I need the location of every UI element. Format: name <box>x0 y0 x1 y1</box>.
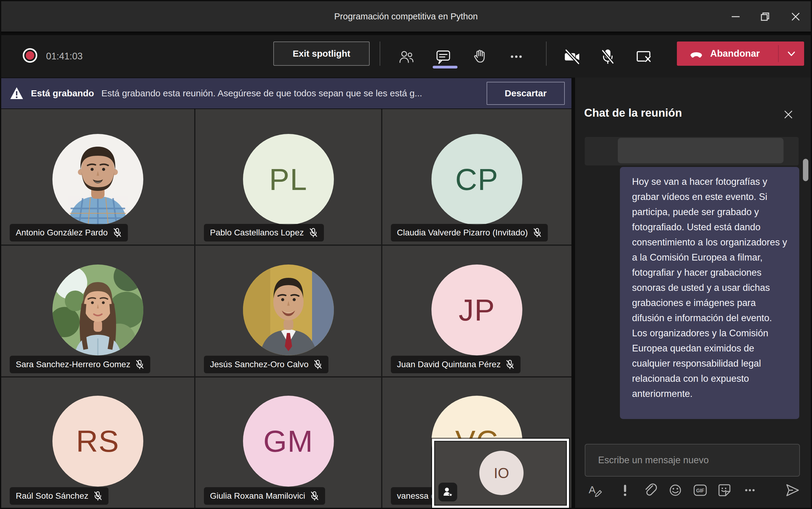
sticker-button[interactable] <box>716 480 733 500</box>
exclamation-icon <box>617 482 633 498</box>
participant-tile[interactable]: RS Raúl Soto Sánchez <box>1 377 194 508</box>
avatar-photo <box>53 134 143 225</box>
leave-options-button[interactable] <box>779 47 804 60</box>
participant-name: Pablo Castellanos Lopez <box>210 228 304 238</box>
participant-name: Jesús Sanchez-Oro Calvo <box>210 360 308 369</box>
toolbar-divider <box>546 41 547 66</box>
restore-button[interactable] <box>756 8 774 26</box>
send-icon <box>784 482 801 499</box>
format-icon: A <box>587 482 603 498</box>
recording-indicator-icon <box>23 48 37 63</box>
mark-important-button[interactable] <box>616 480 634 500</box>
participant-tile[interactable]: Sara Sanchez-Herrero Gomez <box>1 246 194 376</box>
participant-name: Raúl Soto Sánchez <box>16 491 89 501</box>
participant-name-label: Juan David Quintana Pérez <box>391 356 520 373</box>
self-view-tile[interactable]: IO <box>432 439 569 508</box>
meeting-toolbar: 01:41:03 Exit spotlight <box>1 35 811 77</box>
avatar-initials: PL <box>243 134 334 225</box>
meeting-title: Programación competitiva en Python <box>1 1 811 32</box>
recording-banner: Está grabando Está grabando esta reunión… <box>1 78 571 108</box>
avatar-initials: GM <box>243 396 334 486</box>
paperclip-icon <box>642 482 658 498</box>
mic-off-icon <box>505 359 514 370</box>
participant-name-label: Jesús Sanchez-Oro Calvo <box>204 356 329 373</box>
exit-spotlight-button[interactable]: Exit spotlight <box>273 41 370 66</box>
mic-off-icon <box>135 359 144 370</box>
participant-name: Juan David Quintana Pérez <box>397 360 501 369</box>
mic-off-icon <box>93 490 102 502</box>
self-view-options-button[interactable] <box>438 483 457 502</box>
attach-file-button[interactable] <box>641 480 659 500</box>
minimize-button[interactable] <box>727 8 744 26</box>
participant-tile[interactable]: CP Claudia Valverde Pizarro (Invitado) <box>382 109 571 244</box>
mic-off-icon <box>533 227 542 238</box>
avatar-photo <box>243 265 334 355</box>
person-star-icon <box>442 486 453 498</box>
chat-panel-title: Chat de la reunión <box>584 107 682 120</box>
participant-name-label: Pablo Castellanos Lopez <box>204 224 324 241</box>
mic-off-button[interactable] <box>599 44 617 69</box>
participant-tile[interactable]: Jesús Sanchez-Oro Calvo <box>195 246 381 376</box>
hang-up-icon <box>688 46 704 62</box>
avatar-initials: CP <box>432 134 522 225</box>
meeting-timer: 01:41:03 <box>46 35 83 77</box>
raise-hand-button[interactable] <box>471 44 489 69</box>
recording-banner-message: Está grabando esta reunión. Asegúrese de… <box>101 88 480 98</box>
participant-name-label: Claudia Valverde Pizarro (Invitado) <box>391 224 548 241</box>
camera-off-icon <box>563 48 581 65</box>
participant-name: Antonio González Pardo <box>16 228 108 238</box>
participant-tile[interactable]: GM Giulia Roxana Mamilovici <box>195 377 381 508</box>
send-message-button[interactable] <box>783 480 801 500</box>
toolbar-divider <box>380 41 380 66</box>
more-icon <box>508 48 525 65</box>
svg-text:A: A <box>589 484 596 496</box>
titlebar: Programación competitiva en Python <box>1 1 811 33</box>
compose-toolbar: A GIF <box>575 480 811 500</box>
mic-off-icon <box>309 227 318 238</box>
gif-button[interactable]: GIF <box>691 480 709 500</box>
dismiss-banner-button[interactable]: Descartar <box>486 82 565 105</box>
portrait-man-beard <box>53 134 143 225</box>
participant-name-label: Sara Sanchez-Herrero Gomez <box>10 356 150 373</box>
self-avatar-initials: IO <box>479 451 523 495</box>
close-chat-button[interactable] <box>781 107 796 122</box>
participant-name: Sara Sanchez-Herrero Gomez <box>16 360 130 369</box>
close-window-button[interactable] <box>787 8 805 26</box>
participant-tile[interactable]: JP Juan David Quintana Pérez <box>382 246 571 376</box>
show-participants-button[interactable] <box>397 44 415 69</box>
stop-sharing-button[interactable] <box>635 44 653 69</box>
emoji-button[interactable] <box>667 480 684 500</box>
chat-message-bubble-partial <box>618 138 783 163</box>
participant-name: Claudia Valverde Pizarro (Invitado) <box>397 228 528 238</box>
avatar-photo <box>53 265 143 355</box>
teams-meeting-window: Programación competitiva en Python 01:41… <box>0 0 812 509</box>
close-icon <box>782 108 795 121</box>
emoji-icon <box>668 482 683 498</box>
mic-off-icon <box>310 490 319 502</box>
compose-more-button[interactable] <box>741 480 759 500</box>
avatar-initials: JP <box>432 265 522 355</box>
leave-label: Abandonar <box>710 48 760 59</box>
avatar-initials: RS <box>53 396 143 486</box>
raised-hand-icon <box>471 48 488 65</box>
mic-off-icon <box>113 227 122 238</box>
people-icon <box>398 48 414 65</box>
participant-tile[interactable]: Antonio González Pardo <box>1 109 194 244</box>
mic-off-icon <box>599 48 616 65</box>
chat-message-input[interactable] <box>585 444 800 477</box>
format-button[interactable]: A <box>586 480 604 500</box>
leave-meeting-button[interactable]: Abandonar <box>677 41 804 66</box>
warning-icon <box>10 86 24 100</box>
more-actions-button[interactable] <box>507 44 526 69</box>
stop-share-icon <box>635 48 653 65</box>
camera-off-button[interactable] <box>563 44 581 69</box>
more-icon <box>742 482 758 498</box>
participant-tile[interactable]: PL Pablo Castellanos Lopez <box>195 109 381 244</box>
svg-text:GIF: GIF <box>696 488 704 493</box>
participant-name-label: Raúl Soto Sánchez <box>10 487 108 505</box>
chat-panel: Chat de la reunión Hoy se van a hacer fo… <box>575 77 811 508</box>
portrait-woman <box>53 265 143 355</box>
chat-scrollbar-thumb[interactable] <box>803 159 808 181</box>
chat-active-underline <box>433 66 458 68</box>
mic-off-icon <box>313 359 323 370</box>
